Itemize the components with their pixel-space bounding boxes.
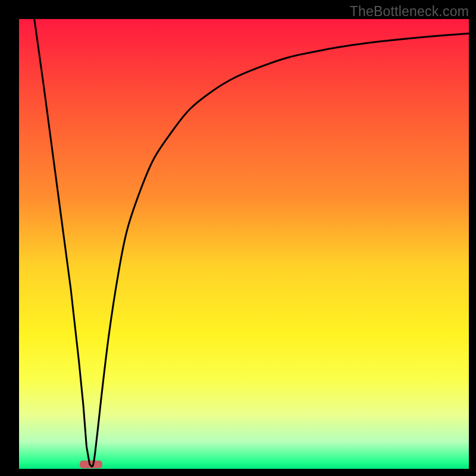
gradient-background	[19, 19, 469, 469]
plot-area	[19, 19, 469, 469]
watermark-text: TheBottleneck.com	[350, 4, 469, 20]
bottleneck-chart	[19, 19, 469, 469]
chart-frame: TheBottleneck.com	[0, 0, 476, 476]
